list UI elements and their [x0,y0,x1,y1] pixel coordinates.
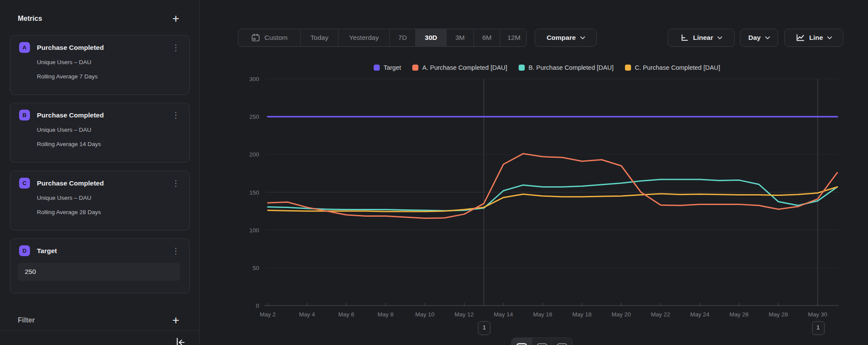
svg-text:250: 250 [249,114,259,120]
svg-text:May 24: May 24 [690,311,710,318]
view-option-card-view-icon[interactable] [552,338,572,345]
svg-text:May 2: May 2 [260,311,276,318]
svg-text:50: 50 [253,265,259,271]
svg-text:May 28: May 28 [769,311,788,318]
svg-text:300: 300 [249,76,259,82]
view-option-chart-view-icon[interactable] [512,338,532,345]
card-view-icon [556,343,568,345]
svg-text:May 8: May 8 [378,311,394,318]
svg-text:150: 150 [249,189,259,196]
svg-text:May 30: May 30 [808,311,827,318]
svg-text:May 20: May 20 [612,311,631,318]
annotation-badge[interactable]: 1 [478,321,490,335]
svg-text:May 10: May 10 [415,311,434,318]
svg-text:May 18: May 18 [572,311,592,318]
svg-text:May 6: May 6 [339,311,355,318]
svg-text:May 12: May 12 [454,311,473,318]
annotation-badge[interactable]: 1 [812,321,825,335]
analytics-dashboard: Metrics + APurchase Completed⋮Unique Use… [0,0,868,345]
svg-text:200: 200 [249,151,259,158]
chart-view-icon [516,343,527,345]
svg-text:100: 100 [249,227,259,234]
svg-text:May 4: May 4 [299,311,315,318]
svg-text:May 16: May 16 [533,311,552,318]
table-view-icon [536,343,548,345]
svg-text:May 26: May 26 [730,311,749,318]
view-option-table-view-icon[interactable] [532,338,552,345]
svg-text:0: 0 [256,303,259,309]
chart-canvas[interactable]: May 2May 4May 6May 8May 10May 12May 14Ma… [0,0,868,345]
svg-text:May 22: May 22 [651,311,670,318]
view-switcher [511,338,572,345]
svg-text:May 14: May 14 [494,311,513,318]
